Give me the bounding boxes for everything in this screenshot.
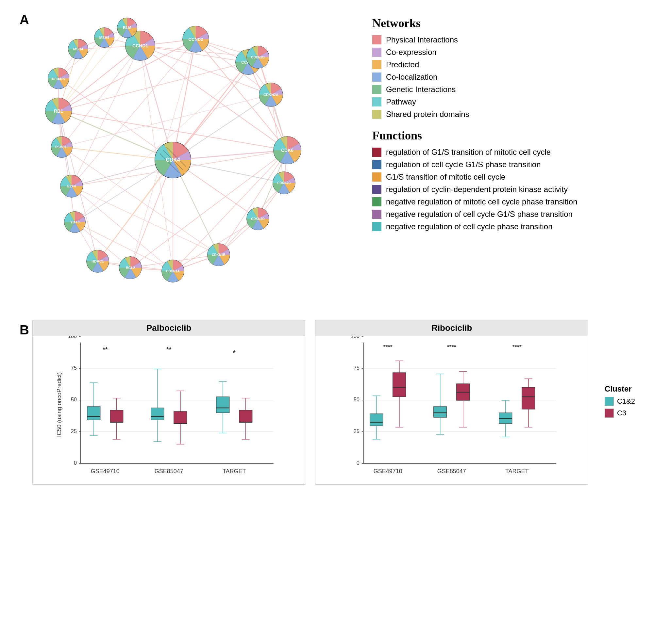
- svg-rect-194: [216, 397, 229, 413]
- legend-func-0: regulation of G1/S transition of mitotic…: [372, 148, 651, 157]
- func-color-4: [372, 197, 381, 206]
- svg-text:****: ****: [384, 344, 392, 351]
- svg-text:25: 25: [353, 428, 360, 434]
- svg-text:CDKN2D: CDKN2D: [251, 217, 265, 221]
- c3-label: C3: [617, 409, 626, 417]
- svg-text:25: 25: [71, 428, 77, 434]
- ribociclib-svg: 0 25 50 75 100 ****: [316, 336, 588, 483]
- svg-text:HDAC1: HDAC1: [92, 259, 104, 263]
- c3-color: [605, 409, 614, 418]
- svg-line-52: [71, 46, 140, 186]
- palbociclib-svg: 0 25 50 75 100: [33, 336, 305, 483]
- networks-title: Networks: [372, 16, 651, 30]
- svg-rect-186: [174, 411, 187, 424]
- svg-text:****: ****: [512, 344, 522, 351]
- func-color-0: [372, 148, 381, 157]
- legend-func-2: G1/S transition of mitotic cell cycle: [372, 173, 651, 181]
- svg-text:****: ****: [447, 344, 456, 351]
- svg-line-22: [219, 150, 287, 255]
- svg-text:RB1: RB1: [54, 108, 63, 114]
- cluster-c3-item: C3: [605, 409, 647, 418]
- genetic-color: [372, 85, 381, 94]
- predicted-label: Predicted: [386, 60, 419, 69]
- svg-line-33: [58, 111, 75, 222]
- panel-b-row: B Palbociclib 0 25: [19, 320, 651, 485]
- legend-func-4: negative regulation of mitotic cell cycl…: [372, 197, 651, 206]
- svg-rect-200: [239, 410, 252, 422]
- legend-item-genetic: Genetic Interactions: [372, 85, 651, 94]
- shared-color: [372, 110, 381, 119]
- svg-rect-172: [110, 410, 123, 422]
- legend-area: Networks Physical Interactions Co-expres…: [353, 13, 651, 307]
- svg-text:IC50 (using oncoPredict): IC50 (using oncoPredict): [56, 372, 63, 437]
- ribociclib-panel: Ribociclib 0 25 50 75 100: [315, 320, 588, 485]
- coexpression-label: Co-expression: [386, 48, 437, 57]
- legend-func-5: negative regulation of cell cycle G1/S p…: [372, 210, 651, 219]
- svg-line-14: [58, 78, 173, 160]
- pathway-color: [372, 97, 381, 107]
- cluster-c1c2-item: C1&2: [605, 397, 647, 406]
- svg-text:MSH4: MSH4: [73, 47, 83, 51]
- svg-text:50: 50: [71, 397, 77, 402]
- cluster-legend: Cluster C1&2 C3: [598, 320, 651, 485]
- func-label-4: negative regulation of mitotic cell cycl…: [386, 197, 577, 206]
- legend-item-shared: Shared protein domains: [372, 110, 651, 119]
- svg-text:CCND2: CCND2: [188, 37, 203, 42]
- svg-text:0: 0: [357, 460, 360, 466]
- svg-rect-180: [151, 408, 164, 420]
- svg-rect-223: [370, 414, 383, 426]
- svg-text:GSE49710: GSE49710: [374, 468, 402, 475]
- svg-text:CDKN2C: CDKN2C: [277, 181, 291, 185]
- svg-rect-166: [87, 407, 100, 420]
- func-label-0: regulation of G1/S transition of mitotic…: [386, 148, 551, 157]
- legend-item-physical: Physical Interactions: [372, 35, 651, 44]
- svg-text:100: 100: [351, 336, 360, 339]
- svg-text:CDKN1B: CDKN1B: [212, 253, 226, 257]
- svg-line-23: [173, 150, 287, 271]
- svg-text:YBX3: YBX3: [70, 220, 80, 224]
- networks-legend: Physical Interactions Co-expression Pred…: [372, 35, 651, 119]
- svg-rect-229: [393, 373, 406, 397]
- svg-line-101: [75, 57, 258, 222]
- legend-item-coexpression: Co-expression: [372, 48, 651, 57]
- func-color-3: [372, 185, 381, 194]
- functions-legend: regulation of G1/S transition of mitotic…: [372, 148, 651, 231]
- func-label-3: regulation of cyclin-dependent protein k…: [386, 185, 568, 194]
- svg-text:**: **: [103, 346, 108, 353]
- predicted-color: [372, 60, 381, 69]
- svg-text:MSH5: MSH5: [99, 36, 109, 40]
- svg-text:**: **: [166, 346, 172, 353]
- svg-text:75: 75: [353, 365, 360, 371]
- physical-label: Physical Interactions: [386, 35, 458, 44]
- svg-text:TARGET: TARGET: [223, 468, 246, 475]
- ribociclib-title: Ribociclib: [316, 320, 588, 336]
- cluster-legend-title: Cluster: [605, 384, 647, 394]
- panel-a: A: [19, 13, 651, 307]
- svg-text:E2F4: E2F4: [67, 184, 76, 188]
- svg-text:CDKN1A: CDKN1A: [166, 270, 180, 273]
- func-label-2: G1/S transition of mitotic cell cycle: [386, 173, 505, 181]
- colocalization-color: [372, 72, 381, 82]
- network-svg: CDK4 CCND1: [32, 13, 353, 307]
- network-area: CDK4 CCND1: [32, 13, 353, 307]
- physical-color: [372, 35, 381, 44]
- legend-item-colocalization: Co-localization: [372, 72, 651, 82]
- svg-text:BLM: BLM: [123, 26, 131, 30]
- svg-text:CDK4: CDK4: [166, 157, 180, 163]
- legend-func-3: regulation of cyclin-dependent protein k…: [372, 185, 651, 194]
- svg-text:GSE49710: GSE49710: [91, 468, 120, 475]
- func-color-6: [372, 222, 381, 231]
- svg-text:CDKN2B: CDKN2B: [251, 55, 265, 59]
- svg-line-56: [62, 46, 140, 147]
- svg-rect-257: [522, 387, 535, 409]
- svg-text:BCL2: BCL2: [126, 266, 135, 270]
- svg-text:EIF4EBP2: EIF4EBP2: [52, 77, 66, 80]
- legend-func-6: negative regulation of cell cycle phase …: [372, 222, 651, 231]
- shared-label: Shared protein domains: [386, 110, 469, 119]
- func-color-1: [372, 160, 381, 169]
- svg-rect-237: [434, 407, 447, 417]
- svg-text:CDKN2A: CDKN2A: [264, 93, 279, 97]
- legend-item-pathway: Pathway: [372, 97, 651, 107]
- svg-text:CDK6: CDK6: [281, 148, 294, 153]
- colocalization-label: Co-localization: [386, 72, 437, 82]
